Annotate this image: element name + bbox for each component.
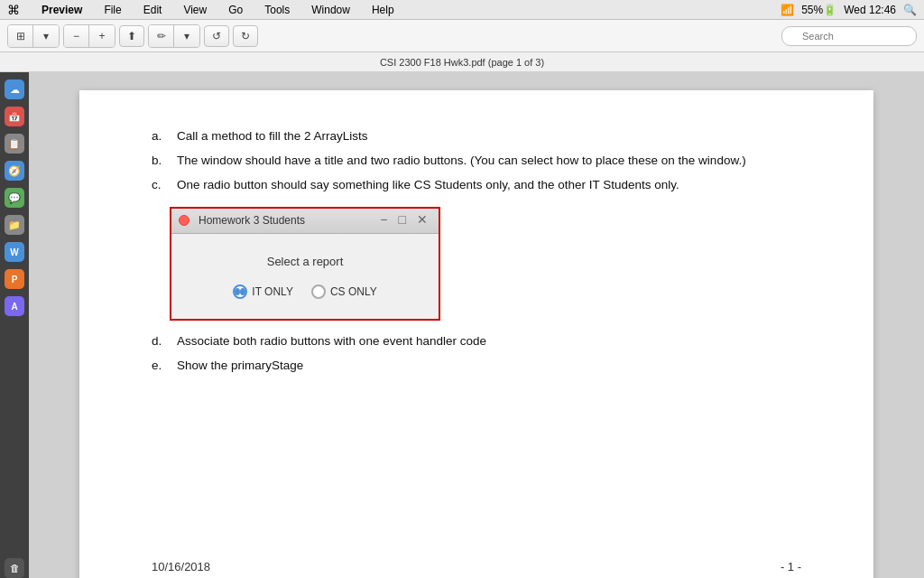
share-btn[interactable]: ⬆ bbox=[119, 25, 144, 47]
list-item: a. Call a method to fill the 2 ArrayList… bbox=[152, 126, 801, 147]
radio-it-label: IT ONLY bbox=[252, 283, 293, 301]
mock-minimize-btn[interactable]: − bbox=[376, 210, 391, 231]
sidebar-icon-acrobat[interactable]: A bbox=[5, 296, 24, 316]
spotlight-icon[interactable]: 🔍 bbox=[903, 4, 917, 16]
search-wrapper: 🔍 bbox=[781, 26, 917, 46]
doc-title: CSI 2300 F18 Hwk3.pdf (page 1 of 3) bbox=[380, 57, 544, 68]
annotate-btn-group: ✏ ▾ bbox=[148, 24, 200, 48]
view-toggle-btn[interactable]: ⊞ bbox=[8, 25, 33, 47]
radio-circle-cs bbox=[311, 284, 326, 299]
mock-traffic-light bbox=[179, 215, 189, 226]
list-text-d: Associate both radio buttons with one ev… bbox=[177, 331, 801, 352]
menu-preview[interactable]: Preview bbox=[38, 3, 86, 17]
doc-list: a. Call a method to fill the 2 ArrayList… bbox=[152, 126, 801, 196]
list-text-a: Call a method to fill the 2 ArrayLists bbox=[177, 126, 801, 147]
doc-area: a. Call a method to fill the 2 ArrayList… bbox=[29, 72, 924, 578]
list-item-e: e. Show the primaryStage bbox=[152, 356, 801, 377]
mock-window-title: Homework 3 Students bbox=[195, 211, 371, 229]
list-item-c: c. One radio button should say something… bbox=[152, 175, 801, 196]
battery-icon: 55%🔋 bbox=[801, 4, 836, 16]
list-label-e: e. bbox=[152, 356, 170, 377]
menu-help[interactable]: Help bbox=[368, 3, 398, 17]
doc-titlebar: CSI 2300 F18 Hwk3.pdf (page 1 of 3) bbox=[0, 52, 924, 72]
main-layout: ☁ 📅 📋 🧭 💬 📁 W P A 🗑 a. Call a method to … bbox=[0, 72, 924, 578]
annotate-dropdown-btn[interactable]: ▾ bbox=[174, 25, 199, 47]
list-text-c: One radio button should say something li… bbox=[177, 175, 801, 196]
search-input[interactable] bbox=[781, 26, 917, 46]
zoom-in-btn[interactable]: + bbox=[89, 25, 115, 47]
radio-circle-it bbox=[233, 284, 247, 299]
list-text-e: Show the primaryStage bbox=[177, 356, 801, 377]
sidebar-icon-safari[interactable]: 🧭 bbox=[5, 161, 24, 181]
footer-page: - 1 - bbox=[781, 557, 801, 577]
menu-go[interactable]: Go bbox=[225, 3, 246, 17]
mock-radios: IT ONLY CS ONLY bbox=[233, 283, 376, 301]
list-label-c: c. bbox=[152, 175, 170, 196]
menubar-right: 📶 55%🔋 Wed 12:46 🔍 bbox=[781, 4, 917, 16]
mock-body: Select a report IT ONLY CS ONLY bbox=[171, 234, 439, 319]
doc-content: a. Call a method to fill the 2 ArrayList… bbox=[152, 126, 801, 577]
radio-cs-label: CS ONLY bbox=[330, 283, 377, 301]
list-text-b: The window should have a title and two r… bbox=[177, 151, 801, 172]
list-item-d: d. Associate both radio buttons with one… bbox=[152, 331, 801, 352]
menubar: ⌘ Preview File Edit View Go Tools Window… bbox=[0, 0, 924, 20]
sidebar-icon-word[interactable]: W bbox=[5, 242, 24, 262]
sidebar-icon-files[interactable]: 📁 bbox=[5, 215, 24, 235]
zoom-btn-group: − + bbox=[63, 24, 116, 48]
apple-icon[interactable]: ⌘ bbox=[7, 3, 20, 17]
mock-radio-it[interactable]: IT ONLY bbox=[233, 283, 293, 301]
sidebar-icon-trash[interactable]: 🗑 bbox=[5, 558, 24, 578]
view-dropdown-btn[interactable]: ▾ bbox=[33, 25, 59, 47]
mock-close-btn[interactable]: ✕ bbox=[413, 210, 431, 231]
sidebar-icon-calendar[interactable]: 📅 bbox=[5, 107, 24, 126]
annotate-btn[interactable]: ✏ bbox=[149, 25, 174, 47]
menu-view[interactable]: View bbox=[180, 3, 210, 17]
footer-date: 10/16/2018 bbox=[152, 557, 210, 577]
sidebar: ☁ 📅 📋 🧭 💬 📁 W P A 🗑 bbox=[0, 72, 29, 578]
menu-file[interactable]: File bbox=[100, 3, 125, 17]
menu-tools[interactable]: Tools bbox=[261, 3, 293, 17]
sidebar-icon-messages[interactable]: 💬 bbox=[5, 188, 24, 208]
menu-edit[interactable]: Edit bbox=[140, 3, 166, 17]
rotate-left-btn[interactable]: ↺ bbox=[204, 25, 229, 47]
toolbar: ⊞ ▾ − + ⬆ ✏ ▾ ↺ ↻ 🔍 bbox=[0, 20, 924, 52]
list-label-d: d. bbox=[152, 331, 170, 352]
sidebar-icon-icloud[interactable]: ☁ bbox=[5, 79, 24, 99]
view-btn-group: ⊞ ▾ bbox=[7, 24, 60, 48]
mock-select-label: Select a report bbox=[267, 252, 344, 272]
list-label-a: a. bbox=[152, 126, 170, 147]
wifi-icon: 📶 bbox=[781, 4, 794, 16]
clock: Wed 12:46 bbox=[844, 4, 896, 16]
sidebar-icon-ppt[interactable]: P bbox=[5, 269, 24, 289]
doc-list-de: d. Associate both radio buttons with one… bbox=[152, 331, 801, 377]
menu-window[interactable]: Window bbox=[308, 3, 354, 17]
mock-maximize-btn[interactable]: □ bbox=[395, 210, 410, 231]
mock-win-controls: − □ ✕ bbox=[376, 210, 431, 231]
page-footer: 10/16/2018 - 1 - bbox=[152, 557, 801, 577]
mock-window: Homework 3 Students − □ ✕ Select a repor… bbox=[170, 207, 440, 321]
zoom-out-btn[interactable]: − bbox=[64, 25, 89, 47]
sidebar-icon-notes[interactable]: 📋 bbox=[5, 134, 24, 154]
list-label-b: b. bbox=[152, 151, 170, 172]
list-item: b. The window should have a title and tw… bbox=[152, 151, 801, 172]
rotate-right-btn[interactable]: ↻ bbox=[233, 25, 258, 47]
mock-titlebar: Homework 3 Students − □ ✕ bbox=[171, 209, 439, 234]
mock-radio-cs[interactable]: CS ONLY bbox=[311, 283, 377, 301]
doc-page: a. Call a method to fill the 2 ArrayList… bbox=[79, 90, 873, 578]
